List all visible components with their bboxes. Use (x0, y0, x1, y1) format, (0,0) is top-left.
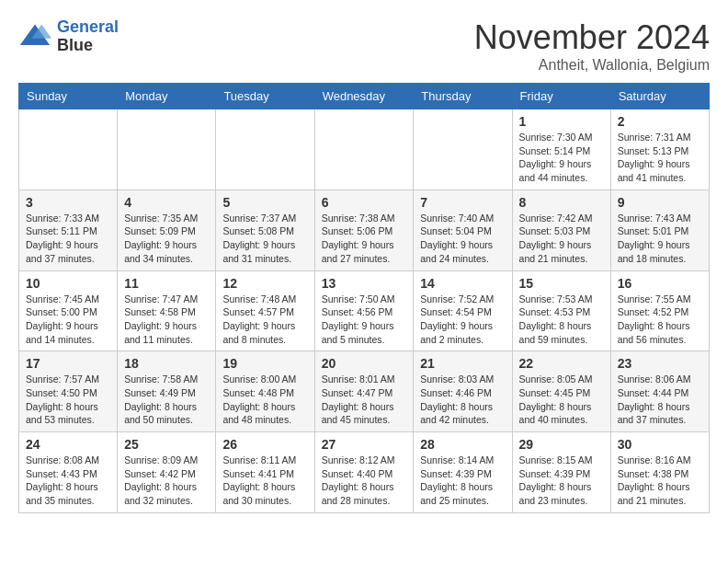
calendar-cell (19, 109, 118, 190)
day-number: 15 (519, 276, 604, 291)
calendar-cell: 9Sunrise: 7:43 AM Sunset: 5:01 PM Daylig… (610, 190, 709, 270)
calendar-cell: 1Sunrise: 7:30 AM Sunset: 5:14 PM Daylig… (512, 109, 610, 190)
day-info: Sunrise: 8:09 AM Sunset: 4:42 PM Dayligh… (124, 454, 209, 508)
day-info: Sunrise: 8:16 AM Sunset: 4:38 PM Dayligh… (618, 454, 702, 508)
day-header-sunday: Sunday (19, 84, 118, 109)
day-number: 28 (420, 437, 505, 452)
calendar-cell: 17Sunrise: 7:57 AM Sunset: 4:50 PM Dayli… (19, 351, 118, 432)
calendar-week-row: 1Sunrise: 7:30 AM Sunset: 5:14 PM Daylig… (19, 109, 710, 190)
day-info: Sunrise: 7:45 AM Sunset: 5:00 PM Dayligh… (26, 293, 110, 347)
day-info: Sunrise: 7:40 AM Sunset: 5:04 PM Dayligh… (420, 212, 505, 266)
day-number: 24 (26, 437, 110, 452)
day-info: Sunrise: 8:12 AM Sunset: 4:40 PM Dayligh… (322, 454, 407, 508)
day-header-friday: Friday (512, 84, 610, 109)
calendar-cell: 10Sunrise: 7:45 AM Sunset: 5:00 PM Dayli… (19, 270, 118, 351)
day-number: 19 (222, 356, 307, 371)
calendar-cell (414, 109, 512, 190)
day-info: Sunrise: 7:53 AM Sunset: 4:53 PM Dayligh… (519, 293, 604, 347)
calendar-cell: 18Sunrise: 7:58 AM Sunset: 4:49 PM Dayli… (118, 351, 216, 432)
day-number: 18 (124, 356, 209, 371)
calendar-cell: 16Sunrise: 7:55 AM Sunset: 4:52 PM Dayli… (610, 270, 709, 351)
logo-text: General Blue (57, 18, 119, 55)
day-info: Sunrise: 7:47 AM Sunset: 4:58 PM Dayligh… (124, 293, 209, 347)
location-subtitle: Antheit, Wallonia, Belgium (474, 57, 710, 74)
day-header-wednesday: Wednesday (314, 84, 414, 109)
calendar-week-row: 24Sunrise: 8:08 AM Sunset: 4:43 PM Dayli… (19, 432, 710, 513)
calendar-cell: 30Sunrise: 8:16 AM Sunset: 4:38 PM Dayli… (610, 432, 709, 513)
calendar-cell: 15Sunrise: 7:53 AM Sunset: 4:53 PM Dayli… (512, 270, 610, 351)
calendar-cell: 21Sunrise: 8:03 AM Sunset: 4:46 PM Dayli… (414, 351, 512, 432)
calendar-cell (216, 109, 314, 190)
day-info: Sunrise: 8:03 AM Sunset: 4:46 PM Dayligh… (420, 373, 505, 427)
calendar-cell: 29Sunrise: 8:15 AM Sunset: 4:39 PM Dayli… (512, 432, 610, 513)
month-title: November 2024 (474, 18, 710, 57)
day-info: Sunrise: 7:52 AM Sunset: 4:54 PM Dayligh… (420, 293, 505, 347)
day-info: Sunrise: 7:38 AM Sunset: 5:06 PM Dayligh… (322, 212, 407, 266)
day-info: Sunrise: 8:15 AM Sunset: 4:39 PM Dayligh… (519, 454, 604, 508)
calendar-week-row: 10Sunrise: 7:45 AM Sunset: 5:00 PM Dayli… (19, 270, 710, 351)
day-number: 11 (124, 276, 209, 291)
calendar-cell: 4Sunrise: 7:35 AM Sunset: 5:09 PM Daylig… (118, 190, 216, 270)
day-header-thursday: Thursday (414, 84, 512, 109)
day-info: Sunrise: 8:00 AM Sunset: 4:48 PM Dayligh… (222, 373, 307, 427)
day-number: 13 (322, 276, 407, 291)
day-number: 4 (124, 195, 209, 210)
calendar-cell: 20Sunrise: 8:01 AM Sunset: 4:47 PM Dayli… (314, 351, 414, 432)
day-number: 25 (124, 437, 209, 452)
calendar-week-row: 17Sunrise: 7:57 AM Sunset: 4:50 PM Dayli… (19, 351, 710, 432)
day-header-saturday: Saturday (610, 84, 709, 109)
calendar-cell: 19Sunrise: 8:00 AM Sunset: 4:48 PM Dayli… (216, 351, 314, 432)
day-info: Sunrise: 7:50 AM Sunset: 4:56 PM Dayligh… (322, 293, 407, 347)
day-info: Sunrise: 7:42 AM Sunset: 5:03 PM Dayligh… (519, 212, 604, 266)
logo-icon (18, 20, 51, 53)
calendar-cell: 6Sunrise: 7:38 AM Sunset: 5:06 PM Daylig… (314, 190, 414, 270)
day-number: 7 (420, 195, 505, 210)
day-number: 17 (26, 356, 110, 371)
day-info: Sunrise: 7:31 AM Sunset: 5:13 PM Dayligh… (618, 131, 702, 185)
day-number: 22 (519, 356, 604, 371)
calendar-cell: 13Sunrise: 7:50 AM Sunset: 4:56 PM Dayli… (314, 270, 414, 351)
day-header-monday: Monday (118, 84, 216, 109)
day-number: 2 (618, 114, 702, 129)
day-info: Sunrise: 8:14 AM Sunset: 4:39 PM Dayligh… (420, 454, 505, 508)
day-number: 27 (322, 437, 407, 452)
calendar-cell: 11Sunrise: 7:47 AM Sunset: 4:58 PM Dayli… (118, 270, 216, 351)
calendar-cell: 5Sunrise: 7:37 AM Sunset: 5:08 PM Daylig… (216, 190, 314, 270)
day-info: Sunrise: 7:57 AM Sunset: 4:50 PM Dayligh… (26, 373, 110, 427)
day-info: Sunrise: 8:11 AM Sunset: 4:41 PM Dayligh… (222, 454, 307, 508)
day-number: 26 (222, 437, 307, 452)
day-number: 3 (26, 195, 110, 210)
calendar-cell: 7Sunrise: 7:40 AM Sunset: 5:04 PM Daylig… (414, 190, 512, 270)
calendar-cell: 27Sunrise: 8:12 AM Sunset: 4:40 PM Dayli… (314, 432, 414, 513)
day-number: 20 (322, 356, 407, 371)
day-number: 9 (618, 195, 702, 210)
day-info: Sunrise: 7:35 AM Sunset: 5:09 PM Dayligh… (124, 212, 209, 266)
day-info: Sunrise: 7:33 AM Sunset: 5:11 PM Dayligh… (26, 212, 110, 266)
day-info: Sunrise: 8:06 AM Sunset: 4:44 PM Dayligh… (618, 373, 702, 427)
day-number: 8 (519, 195, 604, 210)
calendar-table: SundayMondayTuesdayWednesdayThursdayFrid… (18, 83, 710, 513)
day-info: Sunrise: 8:01 AM Sunset: 4:47 PM Dayligh… (322, 373, 407, 427)
day-info: Sunrise: 7:43 AM Sunset: 5:01 PM Dayligh… (618, 212, 702, 266)
title-block: November 2024 Antheit, Wallonia, Belgium (474, 18, 710, 74)
day-info: Sunrise: 8:05 AM Sunset: 4:45 PM Dayligh… (519, 373, 604, 427)
day-info: Sunrise: 7:30 AM Sunset: 5:14 PM Dayligh… (519, 131, 604, 185)
day-info: Sunrise: 8:08 AM Sunset: 4:43 PM Dayligh… (26, 454, 110, 508)
day-header-tuesday: Tuesday (216, 84, 314, 109)
calendar-cell: 14Sunrise: 7:52 AM Sunset: 4:54 PM Dayli… (414, 270, 512, 351)
day-number: 30 (618, 437, 702, 452)
calendar-cell: 28Sunrise: 8:14 AM Sunset: 4:39 PM Dayli… (414, 432, 512, 513)
calendar-cell: 2Sunrise: 7:31 AM Sunset: 5:13 PM Daylig… (610, 109, 709, 190)
calendar-cell: 23Sunrise: 8:06 AM Sunset: 4:44 PM Dayli… (610, 351, 709, 432)
calendar-cell: 12Sunrise: 7:48 AM Sunset: 4:57 PM Dayli… (216, 270, 314, 351)
page-header: General Blue November 2024 Antheit, Wall… (18, 18, 710, 74)
logo: General Blue (18, 18, 119, 55)
day-number: 10 (26, 276, 110, 291)
calendar-cell: 22Sunrise: 8:05 AM Sunset: 4:45 PM Dayli… (512, 351, 610, 432)
calendar-cell: 26Sunrise: 8:11 AM Sunset: 4:41 PM Dayli… (216, 432, 314, 513)
day-number: 6 (322, 195, 407, 210)
day-info: Sunrise: 7:48 AM Sunset: 4:57 PM Dayligh… (222, 293, 307, 347)
day-number: 12 (222, 276, 307, 291)
calendar-cell: 8Sunrise: 7:42 AM Sunset: 5:03 PM Daylig… (512, 190, 610, 270)
calendar-header-row: SundayMondayTuesdayWednesdayThursdayFrid… (19, 84, 710, 109)
